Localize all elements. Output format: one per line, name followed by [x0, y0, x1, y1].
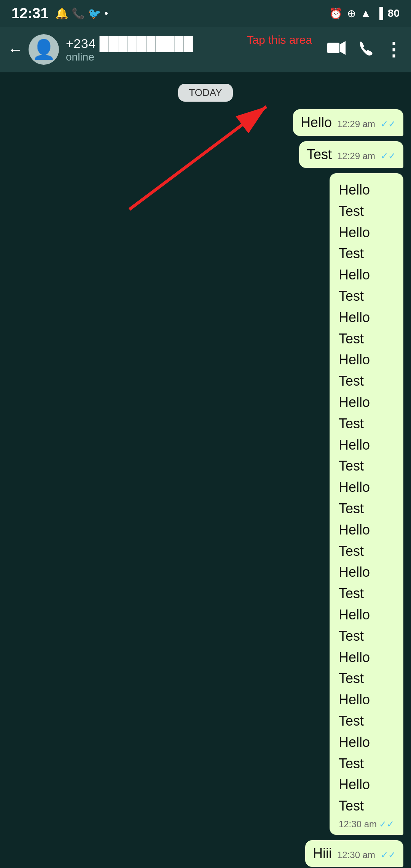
message-row: Test 12:29 am ✓✓	[8, 141, 403, 168]
date-chip: TODAY	[178, 84, 233, 102]
twitter-icon: 🐦	[88, 7, 101, 20]
message-check-icon: ✓✓	[381, 850, 396, 860]
chat-area-wrapper: TODAY Hello 12:29 am ✓✓ Test 12:29 am ✓✓	[0, 72, 411, 868]
voice-call-button[interactable]	[358, 40, 373, 59]
message-time: 12:29 am	[337, 119, 375, 129]
message-check-icon: ✓✓	[381, 119, 396, 129]
message-bubble: Test 12:29 am ✓✓	[299, 141, 403, 168]
message-row: HelloTestHelloTestHelloTestHelloTestHell…	[8, 173, 403, 835]
more-options-button[interactable]: ⋮	[384, 39, 403, 60]
back-button[interactable]: ←	[8, 41, 23, 58]
message-time: 12:29 am	[337, 151, 375, 161]
message-bubble: Hello 12:29 am ✓✓	[293, 109, 403, 136]
message-time-row: 12:30 am ✓✓	[339, 819, 394, 830]
message-text: Hiii	[313, 846, 332, 862]
message-time: 12:30 am	[337, 850, 375, 860]
status-icons-right: ⏰ ⊕ ▲ ▐ 80	[329, 7, 400, 20]
alarm-icon: ⏰	[329, 7, 342, 20]
signal-icon: ▐	[376, 7, 383, 19]
chat-area[interactable]: TODAY Hello 12:29 am ✓✓ Test 12:29 am ✓✓	[0, 72, 411, 868]
message-text: Hello	[301, 115, 332, 131]
phone-icon: 📞	[72, 7, 85, 20]
message-text-long: HelloTestHelloTestHelloTestHelloTestHell…	[339, 179, 394, 817]
dot-icon: •	[104, 7, 108, 19]
header-actions: Tap this area ⋮	[327, 39, 403, 60]
battery-level: 80	[388, 7, 400, 19]
video-call-button[interactable]	[327, 40, 346, 59]
message-bubble-long: HelloTestHelloTestHelloTestHelloTestHell…	[330, 173, 403, 835]
svg-marker-1	[340, 41, 346, 55]
message-row: Hello 12:29 am ✓✓	[8, 109, 403, 136]
message-check-icon: ✓✓	[381, 151, 396, 161]
contact-status: online	[66, 51, 327, 63]
notification-icon: 🔔	[55, 7, 68, 20]
status-bar: 12:31 🔔 📞 🐦 • ⏰ ⊕ ▲ ▐ 80	[0, 0, 411, 27]
message-text: Test	[307, 147, 332, 163]
message-bubble: Hiii 12:30 am ✓✓	[305, 840, 403, 867]
message-content: Test 12:29 am ✓✓	[307, 147, 396, 163]
tap-text: Tap this area	[247, 34, 312, 46]
message-content: Hiii 12:30 am ✓✓	[313, 846, 396, 862]
svg-rect-0	[327, 43, 339, 53]
contact-avatar[interactable]: 👤	[29, 34, 59, 65]
avatar-icon: 👤	[32, 38, 56, 61]
status-time: 12:31	[11, 5, 48, 22]
message-time: 12:30 am	[339, 819, 377, 830]
location-icon: ⊕	[347, 7, 356, 20]
status-left: 12:31 🔔 📞 🐦 •	[11, 5, 108, 22]
tap-annotation: Tap this area	[247, 34, 312, 46]
message-check-icon: ✓✓	[379, 819, 394, 830]
message-row: Hiii 12:30 am ✓✓	[8, 840, 403, 867]
status-icons-left: 🔔 📞 🐦 •	[55, 7, 108, 20]
wifi-icon: ▲	[360, 7, 371, 19]
chat-header: ← 👤 +234 ██████████ online Tap this area…	[0, 27, 411, 72]
message-content: Hello 12:29 am ✓✓	[301, 115, 396, 131]
